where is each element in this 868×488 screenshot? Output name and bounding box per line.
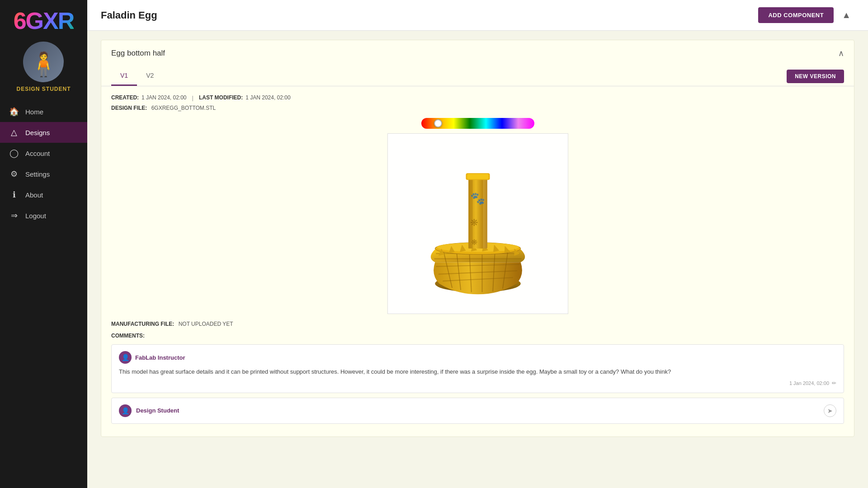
content-area: Egg bottom half ∧ V1 V2 NEW VERSION CREA…	[87, 31, 868, 488]
page-title: Faladin Egg	[101, 9, 157, 21]
sidebar-item-settings[interactable]: ⚙ Settings	[0, 164, 87, 184]
sidebar-item-settings-label: Settings	[25, 170, 50, 178]
sidebar-item-logout[interactable]: ⇒ Logout	[0, 205, 87, 226]
header: Faladin Egg ADD COMPONENT ▲	[87, 0, 868, 31]
svg-rect-24	[483, 177, 487, 249]
created-label: CREATED:	[111, 94, 139, 101]
nav-menu: 🏠 Home △ Designs ◯ Account ⚙ Settings ℹ …	[0, 101, 87, 488]
component-title: Egg bottom half	[111, 49, 165, 58]
design-file-label: DESIGN FILE:	[111, 105, 147, 111]
comment-author-1: FabLab Instructor	[135, 354, 185, 361]
sidebar: 6GXR 🧍 DESIGN STUDENT 🏠 Home △ Designs ◯…	[0, 0, 87, 488]
reply-avatar: 👤	[119, 404, 132, 417]
sidebar-item-logout-label: Logout	[25, 212, 46, 220]
send-icon: ➤	[827, 407, 833, 414]
color-slider-area	[111, 118, 844, 129]
comment-avatar-1: 👤	[119, 351, 132, 364]
mfg-file-label: MANUFACTURING FILE:	[111, 321, 174, 327]
settings-icon: ⚙	[9, 169, 19, 179]
header-actions: ADD COMPONENT ▲	[758, 7, 854, 23]
svg-rect-29	[467, 174, 488, 179]
sidebar-item-about[interactable]: ℹ About	[0, 184, 87, 205]
meta-row: CREATED: 1 JAN 2024, 02:00 | LAST MODIFI…	[111, 94, 844, 101]
reply-send-button[interactable]: ➤	[824, 404, 836, 417]
account-icon: ◯	[9, 148, 19, 158]
comment-text-1: This model has great surface details and…	[119, 367, 836, 376]
comment-timestamp-1: 1 Jan 2024, 02:00	[789, 380, 829, 386]
designs-icon: △	[9, 127, 19, 137]
comment-footer-1: 1 Jan 2024, 02:00 ✏	[119, 380, 836, 386]
about-icon: ℹ	[9, 190, 19, 200]
meta-separator: |	[192, 94, 193, 101]
sidebar-item-account-label: Account	[25, 150, 50, 157]
model-3d-svg: 🐾 ❋ ❋	[401, 142, 555, 305]
sidebar-item-designs[interactable]: △ Designs	[0, 122, 87, 143]
design-file-row: DESIGN FILE: 6GXREGG_BOTTOM.STL	[111, 105, 844, 111]
comment-card-1: 👤 FabLab Instructor This model has great…	[111, 344, 844, 393]
logo: 6GXR	[14, 9, 74, 33]
svg-text:🐾: 🐾	[470, 191, 485, 206]
version-content: CREATED: 1 JAN 2024, 02:00 | LAST MODIFI…	[101, 86, 854, 436]
avatar-icon: 🧍	[29, 52, 58, 76]
username-label: DESIGN STUDENT	[16, 86, 71, 92]
created-value: 1 JAN 2024, 02:00	[142, 94, 186, 101]
tab-v1[interactable]: V1	[111, 66, 137, 86]
avatar: 🧍	[23, 42, 64, 82]
comments-section-label: COMMENTS:	[111, 333, 844, 339]
color-slider-thumb[interactable]	[434, 119, 442, 127]
collapse-button[interactable]: ▲	[838, 8, 854, 22]
component-card: Egg bottom half ∧ V1 V2 NEW VERSION CREA…	[101, 40, 854, 437]
svg-text:❋: ❋	[470, 217, 478, 228]
sidebar-item-designs-label: Designs	[25, 129, 50, 136]
logout-icon: ⇒	[9, 211, 19, 221]
component-header[interactable]: Egg bottom half ∧	[101, 40, 854, 66]
manufacturing-file-row: MANUFACTURING FILE: NOT UPLOADED YET	[111, 321, 844, 327]
sidebar-item-home[interactable]: 🏠 Home	[0, 101, 87, 122]
home-icon: 🏠	[9, 107, 19, 117]
comment-header-1: 👤 FabLab Instructor	[119, 351, 836, 364]
svg-text:❋: ❋	[471, 238, 477, 247]
avatar-area: 🧍 DESIGN STUDENT	[16, 35, 71, 97]
chevron-up-icon: ∧	[838, 48, 844, 58]
logo-area: 6GXR	[0, 5, 87, 35]
svg-rect-23	[468, 177, 472, 249]
add-component-button[interactable]: ADD COMPONENT	[758, 7, 834, 23]
new-version-button[interactable]: NEW VERSION	[787, 70, 844, 83]
sidebar-item-home-label: Home	[25, 108, 43, 116]
color-slider[interactable]	[421, 118, 534, 129]
last-modified-value: 1 JAN 2024, 02:00	[245, 94, 290, 101]
reply-author-label: Design Student	[136, 407, 179, 414]
tab-v2[interactable]: V2	[137, 66, 163, 86]
sidebar-item-about-label: About	[25, 191, 43, 199]
sidebar-item-account[interactable]: ◯ Account	[0, 143, 87, 164]
tabs-area: V1 V2 NEW VERSION	[101, 66, 854, 86]
design-file-value: 6GXREGG_BOTTOM.STL	[151, 105, 216, 111]
mfg-file-value: NOT UPLOADED YET	[179, 321, 233, 327]
main-content: Faladin Egg ADD COMPONENT ▲ Egg bottom h…	[87, 0, 868, 488]
reply-area: 👤 Design Student ➤	[111, 398, 844, 424]
last-modified-label: LAST MODIFIED:	[199, 94, 243, 101]
version-tabs: V1 V2	[111, 66, 163, 86]
comment-edit-icon-1[interactable]: ✏	[832, 380, 836, 386]
model-viewer: 🐾 ❋ ❋	[387, 133, 568, 314]
